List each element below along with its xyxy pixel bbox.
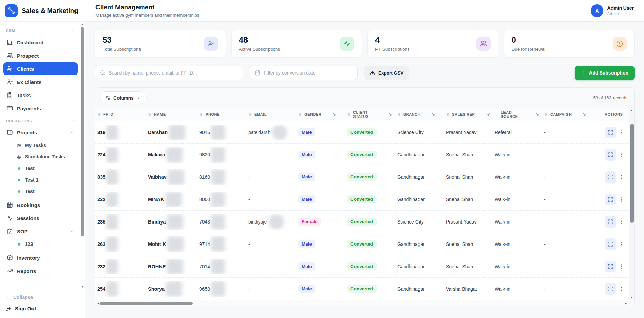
row-menu-button[interactable] — [618, 216, 625, 228]
drag-handle-icon[interactable] — [199, 112, 203, 117]
sidebar-subitem-test-1[interactable]: Test 1 — [17, 174, 78, 186]
filter-icon[interactable] — [583, 112, 587, 117]
column-header-client-status[interactable]: CLIENT STATUS — [345, 110, 395, 119]
row-menu-button[interactable] — [618, 238, 625, 250]
column-header-campaign[interactable]: CAMPAIGN — [542, 112, 603, 117]
stat-value: 53 — [103, 36, 141, 44]
column-header-sales-rep[interactable]: SALES REP — [444, 112, 493, 117]
column-header-ff-id[interactable]: FF ID — [95, 112, 146, 117]
package-icon — [7, 255, 13, 261]
filter-icon[interactable] — [332, 112, 337, 117]
scroll-up-icon[interactable]: ▲ — [629, 108, 634, 112]
trending-up-icon — [7, 268, 13, 274]
drag-handle-icon[interactable] — [347, 112, 351, 117]
collapse-button[interactable]: Collapse — [5, 292, 80, 302]
expand-row-button[interactable] — [605, 283, 616, 295]
user-menu[interactable]: A Admin User Admin — [591, 4, 634, 17]
drag-handle-icon[interactable] — [148, 112, 152, 117]
filter-icon[interactable] — [486, 112, 490, 117]
sidebar-subitem-my-tasks[interactable]: My Tasks — [17, 140, 78, 151]
sidebar-subitem-label: Standalone Tasks — [25, 154, 65, 160]
drag-handle-icon[interactable] — [544, 112, 548, 117]
sidebar-item-dashboard[interactable]: Dashboard — [3, 36, 78, 49]
clipboard-check-icon — [7, 228, 13, 234]
row-menu-button[interactable] — [618, 283, 625, 295]
scroll-down-icon[interactable]: ▼ — [80, 285, 84, 288]
nav-section-operations[interactable]: OPERATIONS — [3, 115, 78, 126]
expand-row-button[interactable] — [605, 149, 616, 161]
sidebar-item-tasks[interactable]: Tasks — [3, 89, 78, 102]
table-vertical-scrollbar[interactable]: ▲ ▼ — [629, 108, 634, 300]
row-menu-button[interactable] — [618, 194, 625, 205]
columns-button[interactable]: Columns — [100, 91, 147, 104]
column-header-email[interactable]: EMAIL — [246, 112, 296, 117]
column-header-phone[interactable]: PHONE — [197, 112, 246, 117]
calendar-icon — [7, 202, 13, 208]
sidebar-item-inventory[interactable]: Inventory — [3, 251, 78, 264]
drag-handle-icon[interactable] — [397, 112, 401, 117]
sidebar-item-ex-clients[interactable]: Ex Clients — [3, 76, 78, 88]
redacted-ff-id — [106, 147, 118, 163]
drag-handle-icon[interactable] — [97, 112, 101, 117]
conversion-date-filter[interactable] — [250, 66, 358, 80]
scroll-down-icon[interactable]: ▼ — [629, 295, 634, 299]
column-header-lead-source[interactable]: LEAD SOURCE — [493, 110, 542, 119]
row-menu-button[interactable] — [618, 261, 625, 272]
sidebar-item-prospect[interactable]: Prospect — [3, 49, 78, 62]
row-menu-button[interactable] — [618, 149, 625, 161]
drag-handle-icon[interactable] — [495, 112, 498, 117]
column-header-gender[interactable]: GENDER — [296, 112, 345, 117]
redacted-phone — [211, 259, 225, 274]
conversion-date-input[interactable] — [264, 70, 352, 76]
column-header-branch[interactable]: BRANCH — [395, 112, 444, 117]
search-input[interactable] — [109, 70, 238, 76]
nav-section-crm[interactable]: CRM — [3, 25, 78, 36]
sidebar-subitem-test[interactable]: Test — [17, 186, 78, 197]
avatar[interactable]: A — [591, 4, 603, 17]
expand-row-button[interactable] — [605, 216, 616, 228]
expand-row-button[interactable] — [605, 238, 616, 250]
drag-handle-icon[interactable] — [298, 112, 302, 117]
sidebar-subitem-test[interactable]: Test — [17, 163, 78, 174]
cell-sales-rep: Snehal Shah — [446, 241, 473, 247]
expand-row-button[interactable] — [605, 127, 616, 138]
row-menu-button[interactable] — [618, 171, 625, 183]
sidebar-subitem-123[interactable]: 123 — [17, 238, 78, 250]
redacted-name — [167, 236, 184, 252]
chevron-down-icon — [71, 119, 75, 123]
sidebar-item-reports[interactable]: Reports — [3, 264, 78, 277]
column-header-name[interactable]: NAME — [146, 112, 197, 117]
sidebar-item-bookings[interactable]: Bookings — [3, 198, 78, 211]
sidebar-item-payments[interactable]: Payments — [3, 102, 78, 115]
row-menu-button[interactable] — [618, 127, 625, 138]
scroll-up-icon[interactable]: ▲ — [80, 22, 84, 26]
horizontal-scrollbar-thumb[interactable] — [100, 302, 193, 305]
column-header-label: ACTIONS — [605, 112, 623, 116]
filter-icon[interactable] — [432, 112, 436, 117]
table-horizontal-scrollbar[interactable]: ◀ ▶ — [95, 300, 634, 306]
scroll-right-icon[interactable]: ▶ — [623, 300, 628, 306]
redacted-name — [166, 281, 182, 297]
vertical-scrollbar-thumb[interactable] — [630, 124, 634, 223]
sidebar-subitem-standalone-tasks[interactable]: Standalone Tasks — [17, 151, 78, 163]
filter-icon[interactable] — [536, 112, 540, 117]
filter-icon[interactable] — [389, 112, 393, 117]
add-subscription-button[interactable]: Add Subscription — [575, 66, 635, 80]
search-box[interactable] — [95, 66, 243, 80]
sidebar-item-sessions[interactable]: Sessions — [3, 212, 78, 225]
sidebar-scrollbar[interactable]: ▲ ▼ — [80, 22, 84, 288]
more-vertical-icon — [619, 241, 624, 247]
sidebar-item-sop[interactable]: SOP — [3, 225, 78, 238]
expand-row-button[interactable] — [605, 171, 616, 183]
drag-handle-icon[interactable] — [446, 112, 450, 117]
drag-handle-icon[interactable] — [248, 112, 252, 117]
sidebar-item-clients[interactable]: Clients — [3, 62, 78, 75]
expand-row-button[interactable] — [605, 194, 616, 205]
sidebar-scrollbar-thumb[interactable] — [81, 27, 84, 236]
signout-button[interactable]: Sign Out — [5, 302, 80, 314]
sidebar-item-projects[interactable]: Projects — [3, 126, 78, 139]
stat-text: 48Active Subscriptions — [239, 36, 280, 52]
expand-row-button[interactable] — [605, 261, 616, 272]
brand-logo-dumbbell-icon[interactable] — [5, 4, 18, 17]
export-csv-button[interactable]: Export CSV — [364, 66, 409, 80]
